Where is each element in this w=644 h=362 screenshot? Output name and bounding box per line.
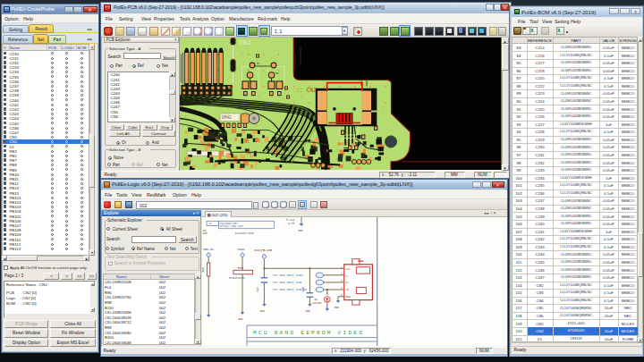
svg-text:GND: GND [239, 318, 243, 321]
svg-text:GND: GND [306, 310, 310, 313]
svg-text:P.114: P.114 [286, 219, 294, 222]
svg-text:TST MCU_HOST_USB_ID: TST MCU_HOST_USB_ID [272, 288, 307, 291]
svg-text:IC=nonP#3S0: IC=nonP#3S0 [235, 232, 254, 235]
svg-text:FL6: FL6 [238, 266, 243, 270]
svg-text:MCU NAND EEPROM VIDEO: MCU NAND EEPROM VIDEO [253, 330, 364, 336]
svg-text:VCC(PB.USB: VCC(PB.USB [254, 248, 272, 252]
svg-text:SVCC: SVCC [238, 248, 245, 251]
svg-text:R8: R8 [275, 72, 279, 74]
svg-text:GND: GND [299, 230, 303, 232]
svg-text:D1: D1 [315, 299, 318, 301]
svg-text:C96: C96 [257, 287, 259, 292]
svg-text:DM42: DM42 [222, 115, 232, 120]
svg-text:MCU/NAND.SMPL: MCU/NAND.SMPL [220, 222, 239, 225]
svg-text:CN1: CN1 [239, 39, 251, 46]
svg-text::: CN2: :: CN2 [296, 87, 318, 93]
svg-text:TST MCU_HOST_USB+: TST MCU_HOST_USB+ [272, 274, 303, 277]
svg-text:1SS133: 1SS133 [312, 302, 321, 305]
svg-text:4uF: 4uF [203, 232, 208, 235]
svg-text:D-: D- [346, 275, 350, 278]
svg-text:TST MCU_HOST_USB-: TST MCU_HOST_USB- [272, 281, 303, 284]
svg-text:J9: J9 [203, 230, 207, 232]
svg-text:GND: GND [335, 307, 339, 309]
svg-text:VCC: VCC [346, 268, 351, 271]
svg-text:R7: R7 [257, 62, 260, 64]
svg-text:ID: ID [346, 289, 350, 291]
svg-text:M/F(N)/.VMyL.uNvr: M/F(N)/.VMyL.uNvr [220, 224, 244, 228]
svg-text:D+: D+ [346, 282, 350, 284]
svg-text:XDC.5+: XDC.5+ [203, 248, 214, 251]
svg-text:~W: ~W [208, 223, 212, 225]
svg-text:CN2: CN2 [358, 259, 363, 263]
svg-text:GND: GND [346, 296, 351, 299]
svg-text:4.7k: 4.7k [288, 222, 294, 225]
svg-text:GND: GND [260, 310, 265, 313]
svg-text:R98: R98 [202, 267, 205, 273]
